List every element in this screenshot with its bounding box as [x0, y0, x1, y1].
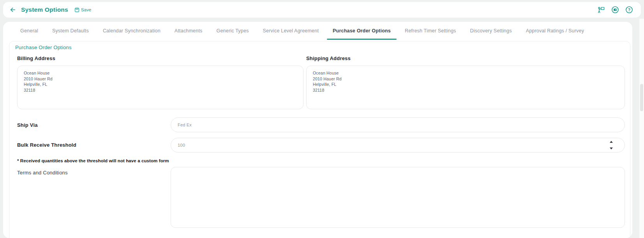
ship-via-label: Ship Via [17, 122, 38, 128]
terms-and-conditions-label: Terms and Conditions [17, 170, 68, 176]
tab-approval-ratings-survey[interactable]: Approval Ratings / Survey [519, 22, 591, 40]
save-button-label: Save [81, 7, 91, 12]
tab-service-level-agreement[interactable]: Service Level Agreement [256, 22, 326, 40]
save-button[interactable]: Save [74, 7, 91, 12]
tab-general[interactable]: General [13, 22, 45, 40]
shipping-address-label: Shipping Address [306, 55, 351, 61]
tab-purchase-order-options[interactable]: Purchase Order Options [326, 22, 398, 40]
topbar-icon-group: ? [597, 6, 635, 14]
tab-bar: General System Defaults Calendar Synchro… [3, 22, 632, 40]
section-heading: Purchase Order Options [15, 44, 72, 50]
number-stepper [610, 140, 618, 151]
tab-refresh-timer-settings[interactable]: Refresh Timer Settings [398, 22, 463, 40]
screen-record-icon[interactable] [611, 6, 619, 14]
bulk-receive-threshold-input[interactable] [171, 138, 625, 153]
stepper-down-icon[interactable] [610, 147, 613, 149]
scrollbar-track[interactable] [639, 19, 644, 238]
guided-tour-icon[interactable] [597, 6, 605, 14]
tab-calendar-synchronization[interactable]: Calendar Synchronization [96, 22, 168, 40]
billing-address-label: Billing Address [17, 55, 55, 61]
tab-generic-types[interactable]: Generic Types [210, 22, 256, 40]
top-bar: System Options Save [3, 2, 641, 18]
help-icon[interactable]: ? [625, 6, 633, 14]
arrow-left-icon [9, 6, 16, 13]
main-card: General System Defaults Calendar Synchro… [3, 22, 632, 238]
billing-address-textarea[interactable]: Ocean House 2010 Hauer Rd Helpville, FL … [17, 66, 303, 109]
back-button[interactable] [9, 6, 16, 13]
svg-text:?: ? [628, 7, 630, 12]
ship-via-input[interactable] [171, 117, 625, 132]
tab-system-defaults[interactable]: System Defaults [45, 22, 96, 40]
tab-attachments[interactable]: Attachments [168, 22, 210, 40]
content-panel: Purchase Order Options Billing Address O… [9, 41, 630, 238]
terms-and-conditions-textarea[interactable] [171, 167, 625, 228]
stepper-up-icon[interactable] [610, 141, 613, 143]
page-title: System Options [21, 6, 68, 13]
threshold-note: * Received quantities above the threshol… [17, 158, 169, 163]
save-icon [74, 7, 79, 12]
scrollbar-thumb[interactable] [640, 84, 643, 111]
shipping-address-textarea[interactable]: Ocean House 2010 Hauer Rd Helpville, FL … [306, 66, 625, 109]
tab-discovery-settings[interactable]: Discovery Settings [463, 22, 519, 40]
bulk-receive-threshold-label: Bulk Receive Threshold [17, 142, 76, 148]
